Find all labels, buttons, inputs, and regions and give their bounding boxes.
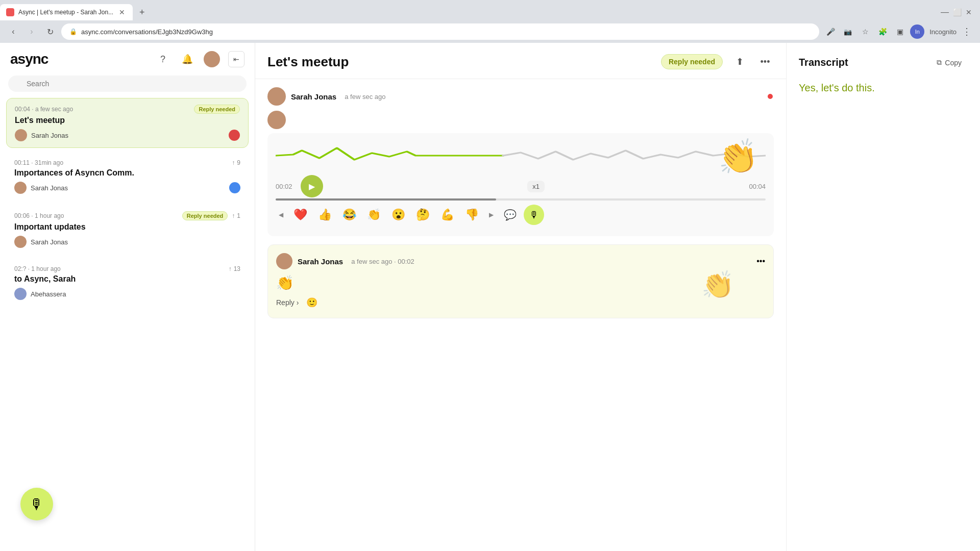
reaction-think[interactable]: 🤔	[412, 205, 433, 225]
microphone-browser-icon[interactable]: 🎤	[823, 24, 838, 39]
conv-meta-4: 02:? · 1 hour ago	[14, 265, 61, 272]
conv-author-3: Sarah Jonas	[31, 238, 68, 246]
incognito-label: Incognito	[929, 28, 957, 36]
reaction-heart[interactable]: ❤️	[290, 205, 310, 225]
add-emoji-button[interactable]: 🙂	[305, 295, 319, 310]
url-text: async.com/conversations/EJgb3Nzd9Gw3hg	[81, 28, 213, 36]
conv-avatar-4	[14, 288, 27, 300]
collapse-sidebar-icon[interactable]: ⇤	[228, 51, 244, 67]
conv-footer-3: Sarah Jonas	[14, 236, 240, 248]
conv-author-4: Abehassera	[31, 290, 66, 298]
reply-more-button[interactable]: •••	[756, 257, 765, 266]
reactions-bar: ◀ ❤️ 👍 😂 👏 😮 🤔 💪 👎 ▶ 💬 🎙	[276, 201, 766, 229]
conv-author-2: Sarah Jonas	[31, 184, 68, 192]
vote-badge-3: ↑1	[232, 212, 240, 219]
mic-reaction-button[interactable]: 🎙	[524, 205, 544, 225]
transcript-title: Transcript	[799, 57, 848, 68]
list-item[interactable]: 02:? · 1 hour ago ↑13 to Async, Sarah Ab…	[6, 259, 249, 306]
sidebar-browser-button[interactable]: ▣	[893, 24, 907, 39]
browser-titlebar: Async | Let's meetup - Sarah Jon... ✕ + …	[0, 0, 980, 20]
play-button[interactable]: ▶	[301, 175, 323, 197]
conv-avatar-3	[14, 236, 27, 248]
conv-avatar-2	[14, 182, 27, 194]
bell-icon[interactable]: 🔔	[179, 51, 195, 67]
conv-meta-3: 00:06 · 1 hour ago	[14, 212, 64, 219]
sidebar-list: 00:04 · a few sec ago Reply needed Let's…	[0, 98, 255, 510]
sidebar-icons: ? 🔔 ⇤	[155, 51, 244, 67]
listener-avatar	[267, 111, 286, 129]
app-container: async ? 🔔 ⇤ 🔍 00:04 · a few sec ago Repl…	[0, 43, 980, 551]
close-tab-button[interactable]: ✕	[117, 8, 127, 17]
sidebar-header: async ? 🔔 ⇤	[0, 43, 255, 76]
reaction-thumbsdown[interactable]: 👎	[461, 205, 482, 225]
unread-badge-1	[229, 130, 240, 141]
reply-message: Sarah Jonas a few sec ago · 00:02 ••• 👏 …	[267, 244, 774, 318]
comment-button[interactable]: 💬	[500, 205, 520, 224]
current-time: 00:02	[276, 183, 292, 190]
refresh-button[interactable]: ↻	[43, 24, 57, 39]
conv-footer-2: Sarah Jonas	[14, 182, 240, 194]
reaction-wow[interactable]: 😮	[388, 205, 408, 225]
reactions-scroll-right[interactable]: ▶	[486, 210, 496, 220]
browser-menu-button[interactable]: ⋮	[960, 24, 974, 39]
reaction-flex[interactable]: 💪	[437, 205, 457, 225]
user-avatar[interactable]	[204, 51, 220, 67]
conversation-header: Let's meetup Reply needed ⬆ •••	[255, 43, 786, 79]
sidebar: async ? 🔔 ⇤ 🔍 00:04 · a few sec ago Repl…	[0, 43, 255, 551]
lock-icon: 🔒	[69, 28, 77, 35]
transcript-header: Transcript ⧉ Copy	[799, 55, 968, 70]
list-item[interactable]: 00:11 · 31min ago ↑9 Importances of Asyn…	[6, 153, 249, 200]
extensions-button[interactable]: 🧩	[875, 24, 890, 39]
favicon-icon	[6, 8, 14, 16]
forward-button[interactable]: ›	[24, 24, 39, 39]
address-bar[interactable]: 🔒 async.com/conversations/EJgb3Nzd9Gw3hg	[61, 23, 819, 40]
reply-emoji-content: 👏 👏	[276, 274, 765, 291]
reaction-clap[interactable]: 👏	[363, 205, 384, 225]
conv-item-header: 00:04 · a few sec ago Reply needed	[15, 105, 240, 114]
help-icon[interactable]: ?	[155, 51, 171, 67]
reply-sender-name: Sarah Jonas	[298, 257, 343, 266]
message-sender: Sarah Jonas a few sec ago	[267, 87, 774, 106]
online-indicator	[767, 93, 774, 100]
copy-label: Copy	[945, 59, 962, 67]
speed-button[interactable]: x1	[527, 181, 545, 192]
share-button[interactable]: ⬆	[731, 53, 748, 70]
camera-browser-icon[interactable]: 📷	[841, 24, 855, 39]
reply-sender-avatar	[276, 253, 292, 269]
reply-button[interactable]: Reply ›	[276, 298, 299, 307]
waveform-display	[276, 140, 766, 171]
messages-area: Sarah Jonas a few sec ago	[255, 79, 786, 551]
conv-item-header-2: 00:11 · 31min ago ↑9	[14, 159, 240, 166]
main-content: Let's meetup Reply needed ⬆ ••• Sarah Jo…	[255, 43, 786, 551]
reaction-laugh[interactable]: 😂	[339, 205, 359, 225]
reply-header: Sarah Jonas a few sec ago · 00:02 •••	[276, 253, 765, 269]
more-options-button[interactable]: •••	[756, 53, 774, 70]
list-item[interactable]: 00:04 · a few sec ago Reply needed Let's…	[6, 98, 249, 148]
minimize-button[interactable]: —	[941, 8, 949, 17]
copy-button[interactable]: ⧉ Copy	[930, 55, 968, 70]
vote-badge-4: ↑13	[229, 265, 240, 272]
profile-button[interactable]: In	[910, 24, 924, 39]
close-window-button[interactable]: ✕	[966, 8, 972, 16]
back-button[interactable]: ‹	[6, 24, 20, 39]
reply-actions: Reply › 🙂	[276, 295, 765, 310]
new-tab-button[interactable]: +	[135, 5, 149, 19]
reply-needed-badge-1: Reply needed	[194, 105, 240, 114]
sender-time: a few sec ago	[345, 93, 385, 101]
mic-float-button[interactable]: 🎙	[20, 488, 53, 520]
maximize-button[interactable]: ⬜	[953, 8, 962, 16]
transcript-panel: Transcript ⧉ Copy Yes, let's do this.	[786, 43, 980, 551]
transcript-text: Yes, let's do this.	[799, 80, 968, 95]
star-button[interactable]: ☆	[858, 24, 872, 39]
sender-name: Sarah Jonas	[291, 92, 336, 101]
conv-title-4: to Async, Sarah	[14, 274, 240, 284]
reply-needed-button[interactable]: Reply needed	[661, 54, 723, 69]
search-input[interactable]	[8, 76, 247, 92]
reactions-scroll-left[interactable]: ◀	[276, 210, 286, 220]
reaction-thumbsup[interactable]: 👍	[314, 205, 335, 225]
copy-icon: ⧉	[937, 58, 942, 67]
list-item[interactable]: 00:06 · 1 hour ago Reply needed ↑1 Impor…	[6, 205, 249, 254]
nav-actions: 🎤 📷 ☆ 🧩 ▣ In Incognito ⋮	[823, 24, 974, 39]
browser-chrome: Async | Let's meetup - Sarah Jon... ✕ + …	[0, 0, 980, 43]
browser-tab[interactable]: Async | Let's meetup - Sarah Jon... ✕	[0, 4, 133, 20]
